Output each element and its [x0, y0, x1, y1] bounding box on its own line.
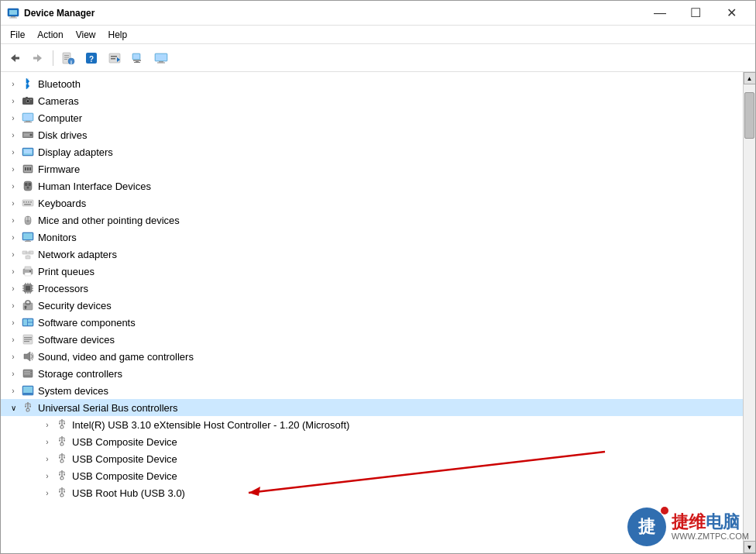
- expand-usb[interactable]: ∨: [7, 401, 19, 414]
- hid-icon: [21, 179, 35, 193]
- scroll-track[interactable]: [744, 84, 755, 541]
- monitors-label: Monitors: [38, 232, 77, 243]
- expand-network[interactable]: ›: [7, 248, 19, 260]
- expand-displayadapters[interactable]: ›: [7, 146, 19, 158]
- mice-icon: [21, 213, 35, 227]
- tree-item-usb[interactable]: ∨ Universal Serial Bus controllers: [1, 399, 743, 416]
- svg-text:i: i: [70, 59, 72, 64]
- menu-action[interactable]: Action: [31, 28, 69, 42]
- minimize-button[interactable]: —: [642, 1, 678, 26]
- tree-item-hid[interactable]: › Human Interface Devices: [1, 177, 743, 194]
- expand-sound[interactable]: ›: [7, 350, 19, 363]
- maximize-button[interactable]: ☐: [678, 1, 713, 26]
- storage-icon: [21, 366, 35, 380]
- expand-monitors[interactable]: ›: [7, 231, 19, 243]
- tree-item-keyboards[interactable]: › Keyboards: [1, 194, 743, 212]
- tree-item-softwarecomp[interactable]: › Software components: [1, 314, 743, 331]
- tree-item-usb-intel[interactable]: › Intel(R) USB 3.10 eXtensible Host Cont…: [1, 416, 743, 433]
- svg-rect-77: [25, 267, 31, 270]
- svg-rect-9: [64, 55, 69, 56]
- tree-item-diskdrives[interactable]: › Disk drives: [1, 126, 743, 143]
- expand-softwaredev[interactable]: ›: [7, 333, 19, 346]
- tree-item-mice[interactable]: › Mice and other pointing devices: [1, 212, 743, 229]
- tree-item-displayadapters[interactable]: › Display adapters: [1, 143, 743, 160]
- svg-rect-2: [11, 16, 15, 18]
- tree-item-softwaredev[interactable]: › Software devices: [1, 331, 743, 348]
- tree-item-computer[interactable]: › Computer: [1, 109, 743, 126]
- tree-item-processors[interactable]: ›: [1, 280, 743, 297]
- displayadapters-icon: [21, 145, 35, 159]
- diskdrives-icon: [21, 128, 35, 142]
- help-button[interactable]: ?: [81, 47, 102, 69]
- display-button[interactable]: [150, 47, 172, 69]
- expand-diskdrives[interactable]: ›: [7, 129, 19, 141]
- svg-marker-4: [11, 54, 15, 62]
- tree-item-security[interactable]: › Security devices: [1, 297, 743, 314]
- update-driver-button[interactable]: [104, 47, 125, 69]
- properties-button[interactable]: i: [57, 47, 79, 69]
- scroll-thumb[interactable]: [744, 92, 754, 139]
- expand-keyboards[interactable]: ›: [7, 197, 19, 209]
- tree-item-sound[interactable]: › Sound, video and game controllers: [1, 348, 743, 365]
- svg-rect-10: [64, 57, 69, 57]
- svg-rect-96: [25, 307, 26, 309]
- expand-usb-intel[interactable]: ›: [41, 418, 53, 431]
- keyboards-label: Keyboards: [38, 198, 86, 209]
- menu-help[interactable]: Help: [102, 28, 134, 42]
- tree-item-usb-comp1[interactable]: › USB Composite Device: [1, 433, 743, 450]
- expand-usb-comp2[interactable]: ›: [41, 452, 53, 465]
- scroll-up-button[interactable]: ▲: [744, 72, 756, 84]
- menu-file[interactable]: File: [4, 28, 31, 42]
- expand-computer[interactable]: ›: [7, 112, 19, 124]
- keyboards-icon: [21, 196, 35, 210]
- svg-rect-97: [26, 301, 30, 305]
- storage-label: Storage controllers: [38, 368, 122, 380]
- expand-usb-comp3[interactable]: ›: [41, 470, 53, 482]
- expand-usb-root[interactable]: ›: [41, 487, 53, 499]
- expand-softwarecomp[interactable]: ›: [7, 316, 19, 329]
- forward-button[interactable]: [27, 47, 49, 69]
- svg-rect-59: [30, 201, 32, 203]
- expand-usb-comp1[interactable]: ›: [41, 435, 53, 448]
- menu-view[interactable]: View: [70, 28, 102, 42]
- expand-system[interactable]: ›: [7, 384, 19, 397]
- tree-item-firmware[interactable]: › Firmware: [1, 160, 743, 177]
- close-button[interactable]: ✕: [713, 1, 749, 26]
- svg-rect-137: [59, 457, 60, 459]
- diskdrives-label: Disk drives: [38, 129, 88, 141]
- expand-print[interactable]: ›: [7, 265, 19, 277]
- svg-rect-104: [24, 339, 32, 340]
- expand-firmware[interactable]: ›: [7, 163, 19, 175]
- tree-item-print[interactable]: › Print queues: [1, 263, 743, 280]
- expand-hid[interactable]: ›: [7, 180, 19, 192]
- cameras-label: Cameras: [38, 95, 79, 107]
- tree-item-system[interactable]: › System devices: [1, 382, 743, 399]
- softwarecomp-label: Software components: [38, 317, 136, 329]
- svg-rect-5: [15, 57, 19, 59]
- title-bar: Device Manager — ☐ ✕: [1, 1, 755, 26]
- device-tree[interactable]: › Bluetooth ›: [1, 72, 743, 553]
- tree-item-network[interactable]: › Network adapters: [1, 246, 743, 263]
- vertical-scrollbar[interactable]: ▲ ▼: [743, 72, 755, 553]
- tree-item-usb-comp2[interactable]: › USB Composite Device: [1, 450, 743, 467]
- expand-bluetooth[interactable]: ›: [7, 77, 19, 90]
- tree-item-storage[interactable]: › Storage controllers: [1, 365, 743, 382]
- expand-cameras[interactable]: ›: [7, 95, 19, 107]
- expand-mice[interactable]: ›: [7, 214, 19, 226]
- svg-rect-72: [26, 256, 30, 259]
- usb-label: Universal Serial Bus controllers: [38, 402, 178, 414]
- tree-item-bluetooth[interactable]: › Bluetooth: [1, 75, 743, 92]
- firmware-icon: [21, 162, 35, 176]
- expand-storage[interactable]: ›: [7, 367, 19, 380]
- tree-item-monitors[interactable]: › Monitors: [1, 229, 743, 246]
- back-button[interactable]: [4, 47, 26, 69]
- tree-item-usb-comp3[interactable]: › USB Composite Device: [1, 467, 743, 484]
- tree-item-cameras[interactable]: › Cameras: [1, 92, 743, 109]
- usb-comp2-label: USB Composite Device: [72, 453, 177, 465]
- svg-rect-78: [25, 273, 31, 276]
- svg-rect-53: [29, 183, 32, 186]
- tree-item-usb-root[interactable]: › USB Root Hub (USB 3.0): [1, 484, 743, 501]
- expand-security[interactable]: ›: [7, 299, 19, 311]
- expand-processors[interactable]: ›: [7, 282, 19, 294]
- scan-button[interactable]: [127, 47, 149, 69]
